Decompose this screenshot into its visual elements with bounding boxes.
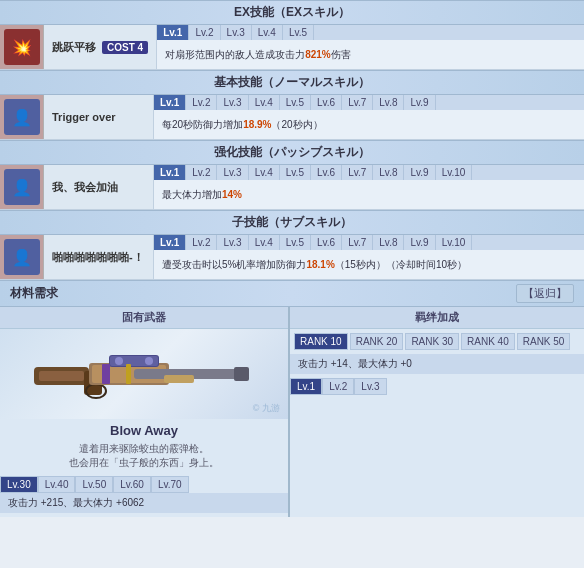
sub-skill-lv1[interactable]: Lv.1 <box>154 235 186 250</box>
material-section: 材料需求 【返归】 固有武器 <box>0 280 584 517</box>
ex-skill-lv4[interactable]: Lv.4 <box>252 25 283 40</box>
rank-20[interactable]: RANK 20 <box>350 333 404 350</box>
ex-skill-section: EX技能（EXスキル） 💥 跳跃平移 COST 4 Lv.1 Lv.2 Lv.3… <box>0 0 584 70</box>
passive-skill-lv6[interactable]: Lv.6 <box>311 165 342 180</box>
sub-skill-row: 👤 啪啪啪啪啪啪啪-！ Lv.1 Lv.2 Lv.3 Lv.4 Lv.5 Lv.… <box>0 235 584 280</box>
material-header-title: 材料需求 <box>10 285 58 302</box>
ex-skill-lv5[interactable]: Lv.5 <box>283 25 314 40</box>
sub-skill-highlight: 18.1% <box>306 259 334 270</box>
weapon-desc: 遣着用来驱除蛟虫的霰弹枪。 也会用在「虫子般的东西」身上。 <box>0 440 288 472</box>
passive-skill-name-area: 我、我会加油 <box>44 165 154 209</box>
normal-skill-levels-area: Lv.1 Lv.2 Lv.3 Lv.4 Lv.5 Lv.6 Lv.7 Lv.8 … <box>154 95 584 139</box>
ex-skill-lv2[interactable]: Lv.2 <box>189 25 220 40</box>
weapon-name: Blow Away <box>0 419 288 440</box>
sub-skill-lv4[interactable]: Lv.4 <box>249 235 280 250</box>
sub-skill-lv7[interactable]: Lv.7 <box>342 235 373 250</box>
passive-skill-lv1[interactable]: Lv.1 <box>154 165 186 180</box>
normal-skill-lv9[interactable]: Lv.9 <box>404 95 435 110</box>
passive-skill-icon-img: 👤 <box>4 169 40 205</box>
ex-skill-header: EX技能（EXスキル） <box>0 0 584 25</box>
weapon-desc-line1: 遣着用来驱除蛟虫的霰弹枪。 <box>79 443 209 454</box>
ex-skill-icon: 💥 <box>0 25 44 69</box>
sub-skill-icon-img: 👤 <box>4 239 40 275</box>
material-header: 材料需求 【返归】 <box>0 280 584 307</box>
ex-skill-lv1[interactable]: Lv.1 <box>157 25 189 40</box>
passive-skill-level-tabs: Lv.1 Lv.2 Lv.3 Lv.4 Lv.5 Lv.6 Lv.7 Lv.8 … <box>154 165 584 180</box>
weapon-lv30[interactable]: Lv.30 <box>0 476 38 493</box>
sub-skill-lv3[interactable]: Lv.3 <box>217 235 248 250</box>
sub-skill-lv10[interactable]: Lv.10 <box>436 235 473 250</box>
normal-skill-lv8[interactable]: Lv.8 <box>373 95 404 110</box>
normal-skill-lv4[interactable]: Lv.4 <box>249 95 280 110</box>
material-header-tag: 【返归】 <box>516 284 574 303</box>
rank-10[interactable]: RANK 10 <box>294 333 348 350</box>
passive-skill-levels-area: Lv.1 Lv.2 Lv.3 Lv.4 Lv.5 Lv.6 Lv.7 Lv.8 … <box>154 165 584 209</box>
weapon-lv60[interactable]: Lv.60 <box>113 476 151 493</box>
weapon-lv40[interactable]: Lv.40 <box>38 476 76 493</box>
weapon-panel-header: 固有武器 <box>0 307 288 329</box>
enhancement-lv3[interactable]: Lv.3 <box>354 378 386 395</box>
weapon-panel: 固有武器 <box>0 307 290 517</box>
sub-skill-lv9[interactable]: Lv.9 <box>404 235 435 250</box>
weapon-stats: 攻击力 +215、最大体力 +6062 <box>0 493 288 513</box>
normal-skill-lv3[interactable]: Lv.3 <box>217 95 248 110</box>
weapon-level-tabs: Lv.30 Lv.40 Lv.50 Lv.60 Lv.70 <box>0 476 288 493</box>
sub-skill-header: 子技能（サブスキル） <box>0 210 584 235</box>
material-body: 固有武器 <box>0 307 584 517</box>
enhancement-lv1[interactable]: Lv.1 <box>290 378 322 395</box>
normal-skill-lv1[interactable]: Lv.1 <box>154 95 186 110</box>
sub-skill-lv6[interactable]: Lv.6 <box>311 235 342 250</box>
normal-skill-level-tabs: Lv.1 Lv.2 Lv.3 Lv.4 Lv.5 Lv.6 Lv.7 Lv.8 … <box>154 95 584 110</box>
svg-rect-14 <box>126 364 131 384</box>
passive-skill-icon: 👤 <box>0 165 44 209</box>
passive-skill-section: 强化技能（パッシブスキル） 👤 我、我会加油 Lv.1 Lv.2 Lv.3 Lv… <box>0 140 584 210</box>
ex-skill-highlight: 821% <box>305 49 331 60</box>
sub-skill-levels-area: Lv.1 Lv.2 Lv.3 Lv.4 Lv.5 Lv.6 Lv.7 Lv.8 … <box>154 235 584 279</box>
passive-skill-lv8[interactable]: Lv.8 <box>373 165 404 180</box>
enhancement-panel: 羁绊加成 RANK 10 RANK 20 RANK 30 RANK 40 RAN… <box>290 307 584 517</box>
rank-stats: 攻击力 +14、最大体力 +0 <box>290 354 584 374</box>
passive-skill-lv4[interactable]: Lv.4 <box>249 165 280 180</box>
passive-skill-lv9[interactable]: Lv.9 <box>404 165 435 180</box>
normal-skill-lv5[interactable]: Lv.5 <box>280 95 311 110</box>
svg-rect-7 <box>234 367 249 381</box>
weapon-svg <box>34 339 254 409</box>
sub-skill-lv2[interactable]: Lv.2 <box>186 235 217 250</box>
enhancement-lv2[interactable]: Lv.2 <box>322 378 354 395</box>
sub-skill-desc: 遭受攻击时以5%机率增加防御力18.1%（15秒内）（冷却时间10秒） <box>154 250 584 279</box>
ex-skill-name: 跳跃平移 <box>52 40 96 55</box>
weapon-lv70[interactable]: Lv.70 <box>151 476 189 493</box>
svg-rect-1 <box>39 371 84 381</box>
normal-skill-icon: 👤 <box>0 95 44 139</box>
passive-skill-name: 我、我会加油 <box>52 180 118 195</box>
normal-skill-lv2[interactable]: Lv.2 <box>186 95 217 110</box>
normal-skill-lv7[interactable]: Lv.7 <box>342 95 373 110</box>
normal-skill-desc: 每20秒防御力增加18.9%（20秒内） <box>154 110 584 139</box>
sub-skill-lv8[interactable]: Lv.8 <box>373 235 404 250</box>
sub-skill-lv5[interactable]: Lv.5 <box>280 235 311 250</box>
passive-skill-desc: 最大体力增加14% <box>154 180 584 209</box>
passive-skill-header: 强化技能（パッシブスキル） <box>0 140 584 165</box>
weapon-image-area: © 九游 <box>0 329 288 419</box>
ex-skill-lv3[interactable]: Lv.3 <box>221 25 252 40</box>
rank-40[interactable]: RANK 40 <box>461 333 515 350</box>
rank-50[interactable]: RANK 50 <box>517 333 571 350</box>
passive-skill-lv2[interactable]: Lv.2 <box>186 165 217 180</box>
rank-tabs: RANK 10 RANK 20 RANK 30 RANK 40 RANK 50 <box>290 329 584 354</box>
passive-skill-lv7[interactable]: Lv.7 <box>342 165 373 180</box>
ex-skill-icon-img: 💥 <box>4 29 40 65</box>
passive-skill-lv10[interactable]: Lv.10 <box>436 165 473 180</box>
svg-rect-13 <box>102 364 110 384</box>
passive-skill-highlight: 14% <box>222 189 242 200</box>
passive-skill-lv3[interactable]: Lv.3 <box>217 165 248 180</box>
normal-skill-header: 基本技能（ノーマルスキル） <box>0 70 584 95</box>
sub-skill-name-area: 啪啪啪啪啪啪啪-！ <box>44 235 154 279</box>
ex-skill-cost: COST 4 <box>102 41 148 54</box>
ex-skill-desc: 对扇形范围内的敌人造成攻击力821%伤害 <box>157 40 584 69</box>
weapon-lv50[interactable]: Lv.50 <box>75 476 113 493</box>
rank-30[interactable]: RANK 30 <box>405 333 459 350</box>
ex-skill-levels-area: Lv.1 Lv.2 Lv.3 Lv.4 Lv.5 对扇形范围内的敌人造成攻击力8… <box>157 25 584 69</box>
passive-skill-lv5[interactable]: Lv.5 <box>280 165 311 180</box>
ex-skill-row: 💥 跳跃平移 COST 4 Lv.1 Lv.2 Lv.3 Lv.4 Lv.5 对… <box>0 25 584 70</box>
normal-skill-lv6[interactable]: Lv.6 <box>311 95 342 110</box>
